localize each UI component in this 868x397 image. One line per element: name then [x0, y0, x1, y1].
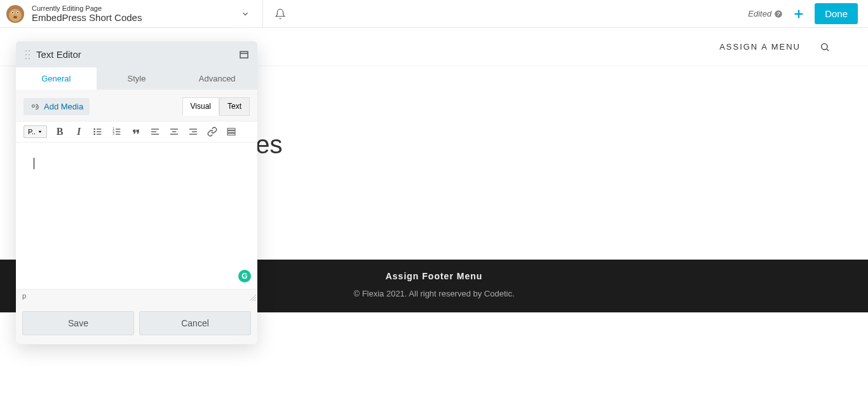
- panel-footer: Save Cancel: [16, 302, 257, 344]
- edited-label: Edited: [748, 9, 771, 18]
- svg-point-11: [822, 43, 827, 49]
- svg-point-5: [17, 12, 18, 13]
- svg-text:?: ?: [777, 11, 780, 17]
- add-media-label: Add Media: [44, 102, 83, 111]
- svg-point-6: [13, 16, 17, 18]
- svg-point-4: [12, 12, 13, 13]
- editor-mode-tabs: Visual Text: [182, 97, 250, 116]
- toolbar-toggle-button[interactable]: [225, 125, 238, 138]
- search-icon[interactable]: [820, 42, 830, 52]
- panel-tabs: General Style Advanced: [16, 67, 257, 90]
- toolbar-row-2: P.. B I 123: [16, 121, 257, 143]
- element-path[interactable]: p: [22, 292, 26, 300]
- chevron-down-icon[interactable]: [237, 6, 254, 22]
- add-media-button[interactable]: Add Media: [24, 98, 90, 115]
- svg-point-13: [25, 50, 27, 52]
- italic-button[interactable]: I: [72, 125, 85, 138]
- done-button[interactable]: Done: [815, 3, 858, 24]
- tab-style[interactable]: Style: [97, 67, 177, 90]
- page-info[interactable]: Currently Editing Page EmbedPress Short …: [32, 4, 142, 23]
- panel-title: Text Editor: [36, 49, 240, 60]
- svg-point-15: [25, 54, 27, 55]
- help-icon: ?: [774, 10, 783, 18]
- text-editor-panel: Text Editor General Style Advanced Add M…: [16, 41, 257, 344]
- svg-rect-44: [227, 129, 235, 130]
- svg-rect-19: [240, 52, 248, 58]
- svg-rect-45: [227, 131, 235, 133]
- toolbar-row-1: Add Media Visual Text: [16, 97, 257, 121]
- tab-general[interactable]: General: [16, 67, 97, 90]
- text-editor-area[interactable]: G: [16, 143, 257, 289]
- bold-button[interactable]: B: [53, 125, 66, 138]
- assign-menu-link[interactable]: ASSIGN A MENU: [719, 42, 801, 52]
- align-left-button[interactable]: [149, 125, 161, 138]
- beaver-logo[interactable]: [5, 4, 25, 24]
- svg-point-18: [29, 58, 30, 59]
- link-button[interactable]: [206, 125, 219, 138]
- page-title: EmbedPress Short Codes: [32, 12, 142, 23]
- bullet-list-button[interactable]: [92, 125, 104, 138]
- resize-handle-icon[interactable]: [250, 295, 256, 301]
- align-right-button[interactable]: [187, 125, 200, 138]
- svg-point-16: [29, 54, 30, 55]
- svg-text:3: 3: [112, 132, 114, 136]
- svg-marker-22: [39, 131, 42, 133]
- svg-point-23: [94, 129, 95, 129]
- media-icon: [30, 102, 40, 111]
- edited-status[interactable]: Edited ?: [748, 9, 783, 18]
- expand-icon[interactable]: [240, 51, 248, 59]
- format-label: P..: [28, 128, 36, 136]
- divider: [262, 0, 263, 28]
- blockquote-button[interactable]: [130, 125, 142, 138]
- align-center-button[interactable]: [168, 125, 180, 138]
- svg-point-27: [94, 134, 95, 134]
- cancel-button[interactable]: Cancel: [139, 311, 251, 335]
- text-cursor: [34, 158, 34, 169]
- svg-point-21: [32, 104, 34, 107]
- grammarly-icon[interactable]: G: [238, 270, 251, 282]
- svg-point-14: [29, 50, 30, 52]
- numbered-list-button[interactable]: 123: [111, 125, 123, 138]
- svg-point-17: [25, 58, 27, 59]
- add-button[interactable]: [792, 7, 806, 21]
- save-button[interactable]: Save: [22, 311, 134, 335]
- svg-point-1: [9, 9, 22, 22]
- mode-visual[interactable]: Visual: [182, 97, 219, 116]
- editor-status-bar: p: [16, 289, 257, 302]
- svg-rect-46: [227, 134, 235, 136]
- panel-body: Add Media Visual Text P.. B I 123: [16, 90, 257, 302]
- svg-point-25: [94, 131, 95, 132]
- svg-line-12: [827, 49, 829, 51]
- mode-text[interactable]: Text: [219, 97, 250, 116]
- bell-icon[interactable]: [272, 6, 288, 22]
- editing-subtitle: Currently Editing Page: [32, 4, 142, 12]
- panel-header[interactable]: Text Editor: [16, 41, 257, 67]
- top-toolbar: Currently Editing Page EmbedPress Short …: [0, 0, 868, 28]
- svg-line-49: [255, 300, 256, 301]
- paragraph-format-dropdown[interactable]: P..: [24, 125, 47, 138]
- tab-advanced[interactable]: Advanced: [177, 67, 257, 90]
- drag-handle-icon[interactable]: [25, 50, 31, 60]
